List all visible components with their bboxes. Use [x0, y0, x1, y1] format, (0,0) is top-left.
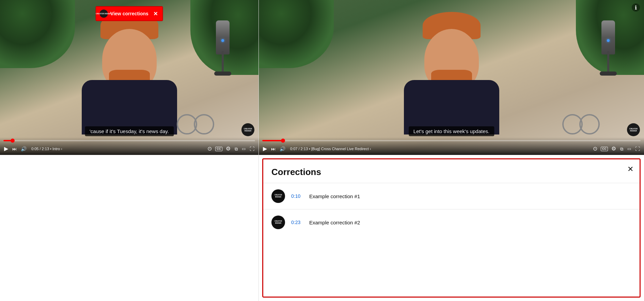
right-next-button[interactable]: ⏭ [270, 146, 276, 152]
right-microphone [600, 20, 617, 75]
corrections-panel: Corrections ✕ CREATOR INSIDER 0:10 Examp… [262, 158, 641, 298]
right-miniplayer-button[interactable]: ⧉ [619, 146, 624, 152]
correction-text-2: Example correction #2 [309, 220, 631, 225]
left-subtitle: 'cause if it's Tuesday, it's news day. [85, 126, 174, 136]
right-progress-fill [262, 140, 283, 141]
left-bottom-area [0, 155, 258, 301]
right-autoplay-button[interactable]: ⊙ [592, 145, 598, 152]
left-miniplayer-button[interactable]: ⧉ [234, 146, 238, 152]
corrections-header: Corrections [263, 159, 640, 183]
left-next-button[interactable]: ⏭ [12, 146, 17, 152]
right-bike [562, 94, 603, 134]
left-play-button[interactable]: ▶ [3, 145, 9, 152]
correction-item-2: CREATOR INSIDER 0:23 Example correction … [263, 209, 640, 235]
right-subtitle: Let's get into this week's updates. [409, 126, 494, 136]
right-progress-dot [281, 139, 285, 143]
correction-timestamp-1[interactable]: 0:10 [291, 193, 303, 199]
left-progress-bar[interactable] [3, 140, 255, 141]
view-corrections-label: View corrections [110, 11, 148, 16]
person [72, 26, 187, 134]
view-corrections-close[interactable]: ✕ [153, 11, 158, 17]
right-watermark: CREATOR INSIDER [627, 123, 640, 136]
right-video-bg: Let's get into this week's updates. CREA… [259, 0, 644, 155]
right-mic-body [601, 20, 615, 54]
left-controls-row: ▶ ⏭ 🔊 0:05 / 2:13 • Intro › ⊙ CC ⚙ ⧉ ▭ ⛶ [3, 143, 255, 155]
right-video-container: Let's get into this week's updates. CREA… [259, 0, 644, 155]
left-progress-dot [11, 139, 15, 143]
right-progress-bar[interactable] [262, 140, 641, 141]
right-controls-row: ▶ ⏭ 🔊 0:07 / 2:13 • [Bug] Cross Channel … [262, 143, 641, 155]
right-right-controls: ⊙ CC ⚙ ⧉ ▭ ⛶ [592, 145, 641, 152]
right-volume-button[interactable]: 🔊 [279, 146, 286, 152]
right-mic-base [600, 72, 617, 76]
mic-base [214, 72, 231, 76]
right-video-panel: Let's get into this week's updates. CREA… [259, 0, 644, 301]
view-corrections-badge[interactable]: CREATOR INSIDER View corrections ✕ [95, 6, 163, 21]
left-volume-button[interactable]: 🔊 [20, 146, 27, 152]
right-time-display: 0:07 / 2:13 • [Bug] Cross Channel Live R… [290, 147, 371, 151]
correction-text-1: Example correction #1 [309, 193, 631, 199]
mic-light [221, 39, 224, 42]
left-video-container: 'cause if it's Tuesday, it's news day. C… [0, 0, 258, 155]
corrections-title: Corrections [271, 167, 321, 177]
left-theater-button[interactable]: ▭ [241, 146, 246, 152]
left-settings-button[interactable]: ⚙ [225, 145, 231, 152]
corrections-close-button[interactable]: ✕ [627, 165, 633, 173]
info-icon[interactable]: ℹ [632, 3, 640, 12]
right-video-controls: ▶ ⏭ 🔊 0:07 / 2:13 • [Bug] Cross Channel … [259, 137, 644, 155]
right-bottom-area: Corrections ✕ CREATOR INSIDER 0:10 Examp… [259, 155, 644, 301]
left-autoplay-button[interactable]: ⊙ [207, 145, 213, 152]
correction-timestamp-2[interactable]: 0:23 [291, 220, 303, 225]
right-cc-button[interactable]: CC [601, 147, 608, 151]
right-mic-light [607, 39, 610, 42]
correction-item-1: CREATOR INSIDER 0:10 Example correction … [263, 183, 640, 209]
right-bike-wheel-right [579, 114, 600, 134]
mic-body [216, 20, 230, 54]
left-fullscreen-button[interactable]: ⛶ [249, 146, 255, 152]
left-video-bg: 'cause if it's Tuesday, it's news day. C… [0, 0, 258, 155]
right-person [394, 26, 509, 134]
left-video-panel: 'cause if it's Tuesday, it's news day. C… [0, 0, 259, 301]
right-theater-button[interactable]: ▭ [627, 146, 632, 152]
left-watermark: CREATOR INSIDER [241, 123, 254, 136]
right-fullscreen-button[interactable]: ⛶ [634, 146, 641, 152]
right-settings-button[interactable]: ⚙ [611, 145, 617, 152]
badge-channel-icon: CREATOR INSIDER [99, 10, 108, 18]
bike-wheel-right [194, 114, 214, 134]
correction-avatar-2: CREATOR INSIDER [271, 216, 285, 229]
left-right-controls: ⊙ CC ⚙ ⧉ ▭ ⛶ [207, 145, 255, 152]
right-play-button[interactable]: ▶ [262, 145, 268, 152]
left-cc-button[interactable]: CC [215, 147, 222, 151]
left-video-controls: ▶ ⏭ 🔊 0:05 / 2:13 • Intro › ⊙ CC ⚙ ⧉ ▭ ⛶ [0, 137, 258, 155]
correction-avatar-1: CREATOR INSIDER [271, 189, 285, 203]
bike [177, 94, 218, 134]
microphone [214, 20, 231, 75]
left-time-display: 0:05 / 2:13 • Intro › [31, 147, 62, 151]
